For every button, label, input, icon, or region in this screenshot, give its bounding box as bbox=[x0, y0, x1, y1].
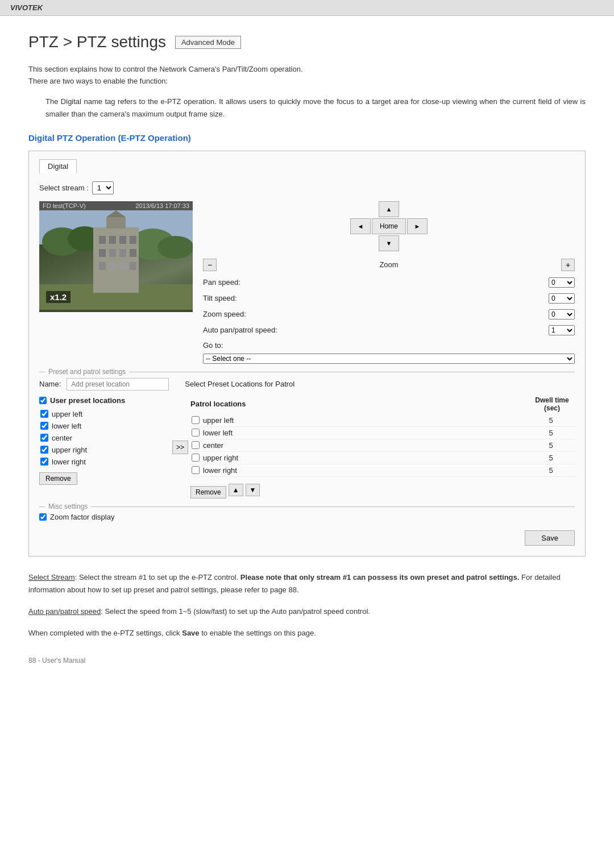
zoom-minus-button[interactable]: − bbox=[203, 259, 217, 271]
user-preset-checkbox-3[interactable] bbox=[40, 446, 48, 454]
save-button[interactable]: Save bbox=[525, 530, 575, 546]
tilt-speed-select[interactable]: 012345 bbox=[549, 293, 575, 304]
svg-rect-17 bbox=[119, 262, 126, 270]
camera-label: FD test(TCP-V) bbox=[43, 202, 86, 209]
auto-pan-speed-row: Auto pan/patrol speed: 12345 bbox=[203, 325, 575, 335]
patrol-checkbox-3[interactable] bbox=[192, 454, 200, 462]
svg-rect-7 bbox=[99, 236, 106, 244]
patrol-checkbox-4[interactable] bbox=[192, 466, 200, 474]
camera-timestamp: 2013/6/13 17:07:33 bbox=[135, 202, 189, 209]
preset-patrol-divider: Preset and patrol settings bbox=[39, 372, 575, 372]
patrol-down-button[interactable]: ▼ bbox=[246, 484, 260, 496]
user-preset-item: upper right bbox=[39, 444, 164, 456]
dwell-value-1: 5 bbox=[528, 429, 574, 437]
select-preset-locations-label: Select Preset Locations for Patrol bbox=[185, 380, 294, 388]
user-preset-list: upper leftlower leftcenterupper rightlow… bbox=[39, 408, 164, 468]
ptz-home-button[interactable]: Home bbox=[372, 218, 406, 234]
tilt-speed-label: Tilt speed: bbox=[203, 294, 545, 302]
misc-settings-label: Misc settings bbox=[45, 502, 91, 510]
patrol-checkbox-0[interactable] bbox=[192, 416, 200, 424]
intro-text: This section explains how to control the… bbox=[28, 64, 586, 88]
patrol-locations-column: Patrol locations Dwell time (sec) upper … bbox=[190, 396, 575, 499]
auto-pan-speed-select[interactable]: 12345 bbox=[549, 325, 575, 335]
user-presets-header-checkbox[interactable] bbox=[39, 397, 47, 404]
save-row: Save bbox=[39, 530, 575, 546]
bottom-text-3: When completed with the e-PTZ settings, … bbox=[28, 627, 586, 639]
camera-feed-image: x1.2 bbox=[39, 210, 193, 310]
intro-line-1: This section explains how to control the… bbox=[28, 65, 303, 73]
svg-point-4 bbox=[157, 236, 193, 259]
dwell-value-0: 5 bbox=[528, 416, 574, 425]
select-stream-dropdown[interactable]: 1 2 3 bbox=[92, 181, 114, 194]
patrol-checkbox-1[interactable] bbox=[192, 429, 200, 437]
ptz-up-button[interactable]: ▲ bbox=[379, 201, 399, 217]
pan-speed-label: Pan speed: bbox=[203, 278, 545, 286]
user-preset-label-3: upper right bbox=[52, 446, 87, 454]
zoom-speed-select[interactable]: 012345 bbox=[549, 309, 575, 319]
svg-rect-8 bbox=[109, 236, 116, 244]
ptz-down-button[interactable]: ▼ bbox=[379, 235, 399, 251]
zoom-badge: x1.2 bbox=[46, 291, 70, 303]
svg-rect-14 bbox=[130, 249, 136, 257]
svg-rect-18 bbox=[130, 262, 136, 270]
svg-rect-9 bbox=[119, 236, 126, 244]
patrol-up-button[interactable]: ▲ bbox=[229, 484, 243, 496]
camera-controls-row: FD test(TCP-V) 2013/6/13 17:07:33 bbox=[39, 201, 575, 364]
preset-name-input[interactable] bbox=[67, 378, 169, 391]
zoom-speed-label: Zoom speed: bbox=[203, 310, 545, 318]
patrol-label-3: upper right bbox=[203, 454, 238, 462]
svg-rect-12 bbox=[109, 249, 116, 257]
user-preset-checkbox-1[interactable] bbox=[40, 422, 48, 430]
move-to-patrol-button[interactable]: >> bbox=[172, 441, 188, 454]
user-preset-item: lower right bbox=[39, 456, 164, 468]
ptz-right-button[interactable]: ► bbox=[407, 218, 428, 234]
pan-speed-select[interactable]: 012345 bbox=[549, 277, 575, 288]
advanced-mode-button[interactable]: Advanced Mode bbox=[175, 36, 241, 49]
dwell-value-2: 5 bbox=[528, 441, 574, 450]
patrol-label-2: center bbox=[203, 441, 223, 450]
preset-name-row: Name: Select Preset Locations for Patrol bbox=[39, 378, 575, 391]
bottom-text-1: Select Stream: Select the stream #1 to s… bbox=[28, 571, 586, 596]
user-preset-item: center bbox=[39, 432, 164, 444]
preset-patrol-label: Preset and patrol settings bbox=[45, 368, 129, 376]
user-preset-checkbox-4[interactable] bbox=[40, 458, 48, 466]
user-presets-header: User preset locations bbox=[39, 396, 164, 405]
user-preset-checkbox-0[interactable] bbox=[40, 410, 48, 418]
goto-row: Go to: bbox=[203, 341, 575, 350]
patrol-buttons-row: Remove ▲ ▼ bbox=[190, 481, 575, 499]
goto-select-row: -- Select one -- bbox=[203, 354, 575, 364]
svg-rect-15 bbox=[99, 262, 106, 270]
patrol-remove-button[interactable]: Remove bbox=[190, 486, 226, 499]
zoom-factor-display-checkbox[interactable] bbox=[39, 513, 47, 521]
zoom-speed-row: Zoom speed: 012345 bbox=[203, 309, 575, 319]
select-stream-ref: Select Stream bbox=[28, 573, 75, 582]
goto-select[interactable]: -- Select one -- bbox=[203, 354, 575, 364]
page-title-row: PTZ > PTZ settings Advanced Mode bbox=[28, 33, 586, 51]
patrol-item: lower left5 bbox=[190, 427, 575, 439]
tab-digital[interactable]: Digital bbox=[39, 159, 77, 173]
user-preset-label-1: lower left bbox=[52, 422, 81, 430]
user-preset-remove-button[interactable]: Remove bbox=[39, 472, 77, 485]
patrol-item: center5 bbox=[190, 439, 575, 452]
user-presets-header-label: User preset locations bbox=[50, 396, 125, 405]
svg-rect-13 bbox=[119, 249, 126, 257]
svg-rect-10 bbox=[130, 236, 136, 244]
digital-ptz-panel: Digital Select stream : 1 2 3 FD test(TC… bbox=[28, 151, 586, 556]
user-preset-label-4: lower right bbox=[52, 458, 86, 466]
main-content: PTZ > PTZ settings Advanced Mode This se… bbox=[0, 16, 614, 687]
page-number: 88 - User's Manual bbox=[28, 657, 586, 665]
move-arrow-col: >> bbox=[170, 396, 190, 499]
patrol-checkbox-2[interactable] bbox=[192, 441, 200, 449]
zoom-plus-button[interactable]: + bbox=[561, 259, 575, 271]
brand-label: VIVOTEK bbox=[10, 3, 43, 12]
page-title: PTZ > PTZ settings bbox=[28, 33, 166, 51]
zoom-label: Zoom bbox=[219, 260, 559, 269]
section-title: Digital PTZ Operation (E-PTZ Operation) bbox=[28, 133, 586, 143]
goto-label: Go to: bbox=[203, 341, 223, 350]
tilt-speed-row: Tilt speed: 012345 bbox=[203, 293, 575, 304]
user-preset-checkbox-2[interactable] bbox=[40, 434, 48, 442]
patrol-label-1: lower left bbox=[203, 429, 233, 437]
intro-line-2: There are two ways to enable the functio… bbox=[28, 77, 168, 85]
patrol-header-row: Patrol locations Dwell time (sec) bbox=[190, 396, 575, 412]
ptz-left-button[interactable]: ◄ bbox=[350, 218, 371, 234]
